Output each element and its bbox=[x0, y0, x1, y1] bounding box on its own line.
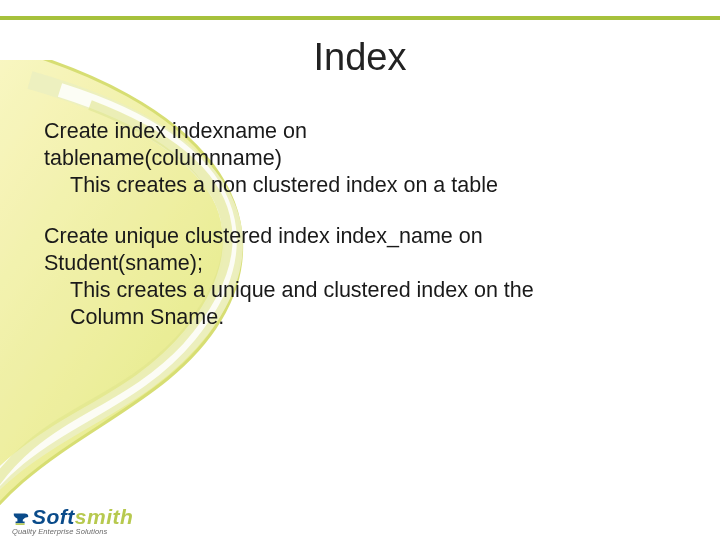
code-line: Create index indexname on bbox=[44, 118, 676, 145]
logo-text-2: smith bbox=[75, 505, 134, 528]
description-line: This creates a unique and clustered inde… bbox=[70, 277, 676, 304]
description-line: This creates a non clustered index on a … bbox=[70, 172, 676, 199]
code-line: Student(sname); bbox=[44, 250, 676, 277]
slide: Index Create index indexname on tablenam… bbox=[0, 0, 720, 540]
logo-text-1: Soft bbox=[32, 505, 75, 528]
code-line: Create unique clustered index index_name… bbox=[44, 223, 676, 250]
code-line: tablename(columnname) bbox=[44, 145, 676, 172]
description-line: Column Sname. bbox=[70, 304, 676, 331]
slide-body: Create index indexname on tablename(colu… bbox=[44, 118, 676, 332]
company-logo: Softsmith Quality Enterprise Solutions bbox=[12, 505, 133, 536]
logo-name: Softsmith bbox=[12, 505, 133, 529]
slide-title: Index bbox=[0, 36, 720, 79]
top-accent-bar bbox=[0, 16, 720, 20]
svg-rect-0 bbox=[16, 523, 25, 525]
anvil-icon bbox=[12, 508, 30, 526]
spacer bbox=[44, 199, 676, 223]
